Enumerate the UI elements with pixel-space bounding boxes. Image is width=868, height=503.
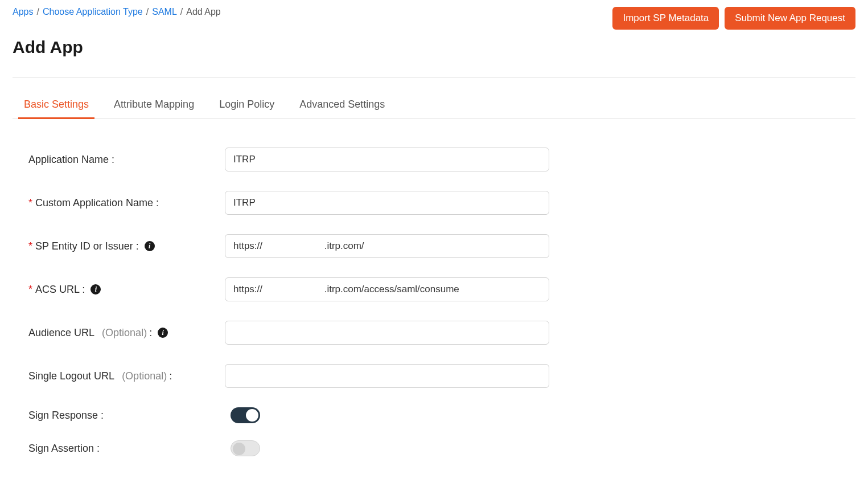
submit-new-app-request-button[interactable]: Submit New App Request xyxy=(725,7,855,30)
breadcrumb-current: Add App xyxy=(186,7,221,17)
form-area: Application Name : *Custom Application N… xyxy=(13,119,570,485)
tabs: Basic Settings Attribute Mapping Login P… xyxy=(13,93,855,119)
tab-attribute-mapping[interactable]: Attribute Mapping xyxy=(113,93,195,118)
import-sp-metadata-button[interactable]: Import SP Metadata xyxy=(612,7,719,30)
divider xyxy=(13,77,855,78)
acs-url-input[interactable] xyxy=(225,277,549,301)
application-name-label: Application Name : xyxy=(28,154,225,166)
sp-entity-id-label: *SP Entity ID or Issuer : i xyxy=(28,240,225,252)
top-actions: Import SP Metadata Submit New App Reques… xyxy=(612,7,855,30)
breadcrumb-sep: / xyxy=(36,7,39,17)
sign-assertion-label: Sign Assertion : xyxy=(28,443,225,455)
single-logout-url-label: Single Logout URL (Optional) : xyxy=(28,370,225,382)
sign-response-toggle[interactable] xyxy=(231,407,260,423)
breadcrumb-link-choose-type[interactable]: Choose Application Type xyxy=(43,7,143,17)
acs-url-label: *ACS URL : i xyxy=(28,284,225,296)
sp-entity-id-input[interactable] xyxy=(225,234,549,258)
audience-url-input[interactable] xyxy=(225,321,549,345)
custom-application-name-label: *Custom Application Name : xyxy=(28,197,225,209)
info-icon[interactable]: i xyxy=(145,241,155,251)
sign-assertion-toggle[interactable] xyxy=(231,440,260,456)
sign-response-label: Sign Response : xyxy=(28,410,225,422)
page-title: Add App xyxy=(13,38,855,57)
breadcrumb: Apps / Choose Application Type / SAML / … xyxy=(13,7,221,17)
breadcrumb-link-apps[interactable]: Apps xyxy=(13,7,33,17)
tab-advanced-settings[interactable]: Advanced Settings xyxy=(298,93,386,118)
single-logout-url-input[interactable] xyxy=(225,364,549,388)
breadcrumb-sep: / xyxy=(146,7,149,17)
tab-basic-settings[interactable]: Basic Settings xyxy=(23,93,90,118)
custom-application-name-input[interactable] xyxy=(225,191,549,215)
breadcrumb-sep: / xyxy=(180,7,183,17)
info-icon[interactable]: i xyxy=(90,284,101,295)
breadcrumb-link-saml[interactable]: SAML xyxy=(152,7,177,17)
audience-url-label: Audience URL (Optional) : i xyxy=(28,327,225,339)
application-name-input[interactable] xyxy=(225,148,549,171)
tab-login-policy[interactable]: Login Policy xyxy=(218,93,275,118)
info-icon[interactable]: i xyxy=(158,328,168,338)
